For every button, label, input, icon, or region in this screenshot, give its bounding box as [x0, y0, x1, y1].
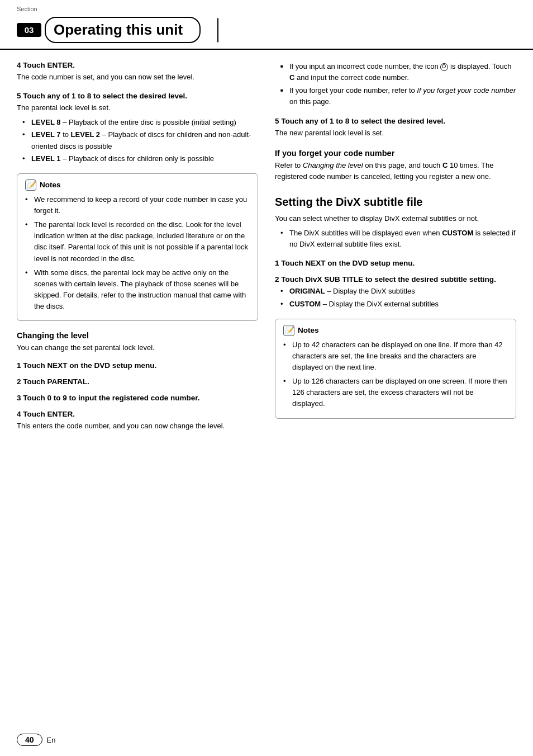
d-notes-list: Up to 42 characters can be displayed on …: [283, 339, 508, 410]
changing-heading: Changing the level: [17, 331, 258, 340]
d-step1-heading: 1 Touch NEXT on the DVD setup menu.: [275, 259, 516, 267]
header-right-decoration: [217, 18, 218, 42]
d-step2-heading: 2 Touch DivX SUB TITLE to select the des…: [275, 275, 516, 284]
notes-list: We recommend to keep a record of your co…: [25, 194, 250, 312]
section-number: 03: [17, 23, 41, 37]
step4-text: The code number is set, and you can now …: [17, 72, 258, 83]
right-column: If you input an incorrect code number, t…: [275, 61, 516, 436]
forget-heading: If you forget your code number: [275, 149, 516, 158]
page-footer: 40 En: [17, 734, 55, 746]
list-item: We recommend to keep a record of your co…: [25, 194, 250, 216]
main-content: 4 Touch ENTER. The code number is set, a…: [0, 50, 533, 447]
changing-text: You can change the set parental lock lev…: [17, 342, 258, 353]
list-item: If you forget your code number, refer to…: [280, 85, 516, 107]
step5-text: The parental lock level is set.: [17, 102, 258, 114]
list-item: The DivX subtitles will be displayed eve…: [280, 228, 516, 250]
c-step1-heading: 1 Touch NEXT on the DVD setup menu.: [17, 361, 258, 370]
list-item: LEVEL 8 – Playback of the entire disc is…: [22, 117, 258, 128]
forget-text: Refer to Changing the level on this page…: [275, 160, 516, 182]
page: Section 03 Operating this unit 4 Touch E…: [0, 0, 533, 756]
d-notes-icon: 📝: [283, 325, 294, 336]
step4-heading: 4 Touch ENTER.: [17, 61, 258, 69]
d-notes-title: 📝 Notes: [283, 325, 508, 336]
left-column: 4 Touch ENTER. The code number is set, a…: [17, 61, 258, 436]
header-title-box: Operating this unit: [45, 17, 201, 43]
divx-big-heading: Setting the DivX subtitle file: [275, 196, 516, 209]
page-header: Section 03 Operating this unit: [0, 0, 533, 50]
list-item: If you input an incorrect code number, t…: [280, 61, 516, 83]
notes-box: 📝 Notes We recommend to keep a record of…: [17, 173, 258, 321]
divx-custom-bullet: The DivX subtitles will be displayed eve…: [280, 228, 516, 250]
step5-heading: 5 Touch any of 1 to 8 to select the desi…: [17, 92, 258, 100]
c-step2-heading: 2 Touch PARENTAL.: [17, 377, 258, 386]
list-item: The parental lock level is recorded on t…: [25, 219, 250, 264]
list-item: LEVEL 1 – Playback of discs for children…: [22, 153, 258, 164]
c-step4-text: This enters the code number, and you can…: [17, 420, 258, 432]
list-item: CUSTOM – Display the DivX external subti…: [280, 299, 516, 310]
r-step5-heading: 5 Touch any of 1 to 8 to select the desi…: [275, 117, 516, 125]
list-item: ORIGINAL – Display the DivX subtitles: [280, 286, 516, 297]
page-title: Operating this unit: [54, 21, 183, 39]
c-step3-heading: 3 Touch 0 to 9 to input the registered c…: [17, 394, 258, 402]
r-step5-text: The new parental lock level is set.: [275, 127, 516, 139]
c-step4-heading: 4 Touch ENTER.: [17, 410, 258, 418]
page-number: 40: [17, 734, 42, 746]
right-bullets: If you input an incorrect code number, t…: [280, 61, 516, 108]
list-item: LEVEL 7 to LEVEL 2 – Playback of discs f…: [22, 129, 258, 152]
d-options-list: ORIGINAL – Display the DivX subtitles CU…: [280, 286, 516, 309]
list-item: Up to 126 characters can be displayed on…: [283, 376, 508, 409]
notes-icon: 📝: [25, 179, 36, 191]
d-notes-box: 📝 Notes Up to 42 characters can be displ…: [275, 319, 516, 419]
divx-intro: You can select whether to display DivX e…: [275, 213, 516, 224]
section-label: Section: [17, 6, 37, 12]
list-item: Up to 42 characters can be displayed on …: [283, 339, 508, 373]
list-item: With some discs, the parental lock may b…: [25, 267, 250, 313]
levels-list: LEVEL 8 – Playback of the entire disc is…: [22, 117, 258, 164]
footer-lang: En: [47, 736, 56, 744]
notes-title: 📝 Notes: [25, 179, 250, 191]
